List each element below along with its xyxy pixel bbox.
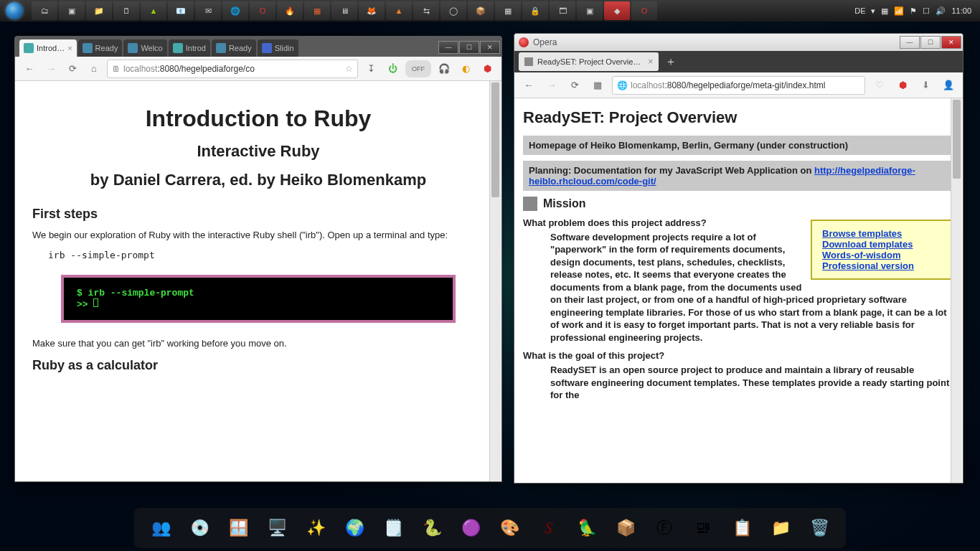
network-icon[interactable]: 📶 xyxy=(894,6,904,16)
url-bar[interactable]: 🌐 localhost:8080/hegelpediaforge/meta-gi… xyxy=(612,76,865,95)
reload-button[interactable]: ⟳ xyxy=(64,60,81,77)
ext-icon[interactable]: ⬢ xyxy=(894,77,911,94)
dock-item[interactable]: 🗒️ xyxy=(377,512,410,545)
task-item[interactable]: 📦 xyxy=(468,1,494,20)
dock-item[interactable]: 🐍 xyxy=(415,512,448,545)
back-button[interactable]: ← xyxy=(520,77,537,94)
link-professional-version[interactable]: Professional version xyxy=(822,260,943,271)
code-inline: irb --simple-prompt xyxy=(48,250,484,260)
task-item[interactable]: ▦ xyxy=(495,1,521,20)
dock-item[interactable]: 📁 xyxy=(764,512,797,545)
scrollbar[interactable] xyxy=(489,81,501,481)
link-download-templates[interactable]: Download templates xyxy=(822,239,943,250)
minimize-button[interactable]: — xyxy=(438,41,458,54)
tab[interactable]: Welco xyxy=(123,39,166,57)
task-item[interactable]: ▣ xyxy=(59,1,85,20)
url-bar[interactable]: 🗎 localhost:8080/hegelpediaforge/co ☆ xyxy=(107,60,358,78)
task-item[interactable]: ◯ xyxy=(440,1,466,20)
language-indicator[interactable]: DE xyxy=(854,6,865,15)
download-icon[interactable]: ⬇ xyxy=(917,77,934,94)
task-item[interactable]: O xyxy=(250,1,275,20)
maximize-button[interactable]: ☐ xyxy=(920,36,941,49)
close-button[interactable]: ✕ xyxy=(480,41,500,54)
back-button[interactable]: ← xyxy=(21,60,38,77)
dock-item[interactable]: 🖥️ xyxy=(260,512,293,545)
tab-close-icon[interactable]: × xyxy=(648,57,653,67)
task-item[interactable]: 🖥 xyxy=(331,1,357,20)
tray-icon[interactable]: ▦ xyxy=(881,6,888,16)
tab[interactable]: Ready xyxy=(212,39,256,57)
close-button[interactable]: ✕ xyxy=(941,36,961,49)
scrollbar-thumb[interactable] xyxy=(953,100,961,179)
dock-item[interactable]: 📋 xyxy=(725,512,758,545)
task-item[interactable]: 📧 xyxy=(168,1,194,20)
section-heading: First steps xyxy=(32,207,484,222)
ext-icon[interactable]: 🎧 xyxy=(435,60,453,77)
link-browse-templates[interactable]: Browse templates xyxy=(822,228,943,239)
maximize-button[interactable]: ☐ xyxy=(459,41,479,54)
task-item[interactable]: ✉ xyxy=(195,1,221,20)
dock-item[interactable]: 🎨 xyxy=(493,512,526,545)
task-item[interactable]: 🗂 xyxy=(32,1,57,20)
tab-close-icon[interactable]: × xyxy=(67,44,72,52)
dock-item[interactable]: Ⓕ xyxy=(648,512,681,545)
profile-icon[interactable]: 👤 xyxy=(940,77,957,94)
task-item[interactable]: O xyxy=(631,1,657,20)
tray-icon[interactable]: ☐ xyxy=(923,6,930,16)
clock[interactable]: 11:00 xyxy=(951,6,971,15)
task-item[interactable]: 🗒 xyxy=(113,1,139,20)
star-icon[interactable]: ☆ xyxy=(345,64,353,74)
dock-item[interactable]: 🌍 xyxy=(338,512,371,545)
tab[interactable]: Introd xyxy=(169,39,210,57)
dock-item[interactable]: 𝑆 xyxy=(532,512,565,545)
dock-item[interactable]: ✨ xyxy=(299,512,332,545)
ext-icon[interactable]: ↧ xyxy=(362,60,380,77)
scrollbar[interactable] xyxy=(951,98,962,483)
ext-icon[interactable]: ⏻ xyxy=(384,60,401,77)
forward-button[interactable]: → xyxy=(42,60,60,77)
dock-item[interactable]: 💿 xyxy=(183,512,216,545)
new-tab-button[interactable]: ＋ xyxy=(663,54,679,70)
tray-icon[interactable]: ⚑ xyxy=(910,6,917,16)
task-item[interactable]: ▦ xyxy=(304,1,330,20)
dock-item[interactable]: 🗑️ xyxy=(803,512,836,545)
start-button[interactable] xyxy=(0,0,29,22)
tray-dropdown-icon[interactable]: ▾ xyxy=(871,6,875,16)
dock-item[interactable]: 🪟 xyxy=(222,512,255,545)
task-item[interactable]: 🔒 xyxy=(522,1,548,20)
link-words-of-wisdom[interactable]: Words-of-wisdom xyxy=(822,250,943,260)
task-item[interactable]: 🗔 xyxy=(550,1,575,20)
task-item[interactable]: ◆ xyxy=(604,1,630,20)
dock-item[interactable]: 👥 xyxy=(144,512,177,545)
task-item[interactable]: ▲ xyxy=(386,1,412,20)
heart-icon[interactable]: ♡ xyxy=(871,77,888,94)
dock-item[interactable]: 🖳 xyxy=(687,512,720,545)
volume-icon[interactable]: 🔊 xyxy=(936,6,946,16)
scrollbar-thumb[interactable] xyxy=(491,83,499,197)
tab-introduction[interactable]: Introd…× xyxy=(19,39,77,57)
tab[interactable]: Slidin xyxy=(258,39,298,57)
minimize-button[interactable]: — xyxy=(900,36,920,49)
task-item[interactable]: 🔥 xyxy=(277,1,303,20)
ext-toggle[interactable]: OFF xyxy=(405,60,431,77)
task-item[interactable]: ⇆ xyxy=(413,1,439,20)
taskbar-items: 🗂 ▣ 📁 🗒 ▲ 📧 ✉ 🌐 O 🔥 ▦ 🖥 🦊 ▲ ⇆ ◯ 📦 ▦ 🔒 🗔 … xyxy=(32,1,657,20)
ext-icon[interactable]: ◐ xyxy=(457,60,474,77)
dock-item[interactable]: 🟣 xyxy=(454,512,487,545)
task-item[interactable]: 🦊 xyxy=(359,1,385,20)
dock-item[interactable]: 🦜 xyxy=(570,512,603,545)
speeddial-button[interactable]: ▦ xyxy=(589,77,606,94)
body-text: We begin our exploration of Ruby with th… xyxy=(32,229,484,242)
reload-button[interactable]: ⟳ xyxy=(566,77,583,94)
forward-button[interactable]: → xyxy=(543,77,560,94)
url-path: /hegelpediaforge/co xyxy=(179,64,254,74)
tab[interactable]: Ready xyxy=(78,39,123,57)
ext-icon[interactable]: ⬢ xyxy=(479,60,496,77)
tab-readyset[interactable]: ReadySET: Project Overvie… × xyxy=(519,52,659,71)
home-button[interactable]: ⌂ xyxy=(85,60,103,77)
dock-item[interactable]: 📦 xyxy=(609,512,642,545)
task-item[interactable]: 📁 xyxy=(86,1,112,20)
task-item[interactable]: ▣ xyxy=(577,1,603,20)
task-item[interactable]: ▲ xyxy=(141,1,166,20)
task-item[interactable]: 🌐 xyxy=(222,1,248,20)
